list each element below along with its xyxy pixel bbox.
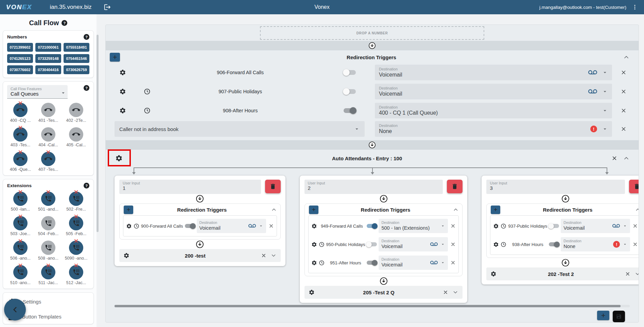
trigger-toggle[interactable] [185,224,195,228]
close-icon[interactable] [611,155,617,161]
add-entry-button[interactable] [597,311,609,320]
down-arrow-circle-icon[interactable] [380,277,388,285]
clock-icon[interactable] [134,223,139,229]
remove-trigger-button[interactable] [632,242,638,247]
down-arrow-circle-icon[interactable] [368,42,376,49]
down-arrow-circle-icon[interactable] [368,141,376,149]
gear-icon[interactable] [493,223,499,229]
remove-node-icon[interactable] [46,263,51,268]
logout-icon[interactable] [104,3,111,11]
user-input-field[interactable]: User Input 2 [304,180,443,194]
add-trigger-button[interactable] [309,206,318,214]
chevron-up-icon[interactable] [623,54,630,61]
clock-icon[interactable] [501,242,506,247]
queue-node[interactable]: 402 -2Te... [63,103,89,123]
gear-icon[interactable] [311,242,317,247]
number-chip[interactable]: 0755518491 [64,43,89,52]
extension-node[interactable]: 504 -Feb... [35,216,62,236]
trigger-toggle[interactable] [344,108,356,113]
drop-number-zone[interactable]: DROP A NUMBER [260,26,484,40]
extension-node[interactable]: 506 -ano... [7,241,34,261]
delete-input-button[interactable] [265,180,281,193]
remove-node-icon[interactable] [18,190,23,194]
add-trigger-button[interactable] [491,206,500,214]
extension-node[interactable]: 5090 -ano... [63,241,89,261]
call-flow-features-select[interactable]: Call Flow Features Call Queues [7,85,68,99]
help-icon[interactable] [84,34,89,40]
destination-select[interactable]: Destination Voicemail [375,65,612,80]
clock-icon[interactable] [319,242,325,247]
delete-input-button[interactable] [447,180,463,193]
remove-node-icon[interactable] [18,239,23,243]
destination-select[interactable]: Destination None [561,237,630,251]
chevron-down-icon[interactable] [634,271,639,277]
extension-node[interactable]: 510 -ano... [7,265,34,285]
number-chip[interactable]: 0721399602 [7,43,33,52]
remove-trigger-button[interactable] [617,69,630,76]
help-icon[interactable] [62,20,67,26]
trigger-toggle[interactable] [367,261,377,265]
destination-select[interactable]: Destination None [375,121,612,137]
queue-node[interactable]: 403 -Tes... [7,127,34,147]
user-input-field[interactable]: User Input 1 [119,180,261,194]
extension-node[interactable]: 500 -Ian... [7,192,34,212]
remove-trigger-button[interactable] [450,223,456,229]
remove-trigger-button[interactable] [617,88,630,95]
save-button[interactable] [613,311,625,322]
extension-node[interactable]: 505 -Feb... [63,216,89,236]
chevron-up-icon[interactable] [453,207,459,213]
remove-node-icon[interactable] [46,190,51,194]
clock-icon[interactable] [501,223,506,229]
scrollbar-thumb[interactable] [115,305,621,307]
destination-select[interactable]: Destination Voicemail [379,237,448,251]
chevron-down-icon[interactable] [271,252,277,259]
remove-trigger-button[interactable] [450,242,456,247]
add-trigger-button[interactable] [124,206,133,214]
trigger-toggle[interactable] [367,242,377,246]
trigger-toggle[interactable] [344,89,356,94]
collapse-sidebar-button[interactable] [4,299,26,321]
account-label[interactable]: j.mangallay@outlook.com - test(Customer) [539,5,626,10]
destination-select[interactable]: Destination Voicemail [561,219,630,233]
extension-node[interactable]: 503 -Joe... [7,216,34,236]
gear-icon[interactable] [311,260,317,266]
remove-trigger-button[interactable] [617,108,630,114]
remove-node-icon[interactable] [74,239,79,243]
gear-icon[interactable] [493,242,499,247]
number-chip[interactable]: 0730404416 [35,65,61,74]
caller-filter-select[interactable]: Caller not in address book [115,121,365,137]
gear-icon[interactable] [123,252,129,259]
remove-node-icon[interactable] [18,214,23,219]
remove-trigger-button[interactable] [632,223,638,229]
vertical-scrollbar[interactable] [97,35,99,232]
remove-node-icon[interactable] [74,190,79,194]
down-arrow-circle-icon[interactable] [380,195,388,203]
destination-select[interactable]: Destination Voicemail [197,219,266,233]
destination-select[interactable]: Destination Voicemail [379,256,448,270]
extension-node[interactable]: 501 -and... [35,192,62,212]
destination-select[interactable]: Destination Voicemail [375,84,612,99]
down-arrow-circle-icon[interactable] [196,240,204,248]
help-icon[interactable] [84,183,89,189]
remove-node-icon[interactable] [18,150,23,154]
remove-node-icon[interactable] [74,214,79,219]
remove-node-icon[interactable] [74,263,79,268]
trigger-toggle[interactable] [549,224,559,228]
chevron-up-icon[interactable] [271,207,277,213]
clock-icon[interactable] [319,260,325,266]
remove-node-icon[interactable] [18,263,23,268]
destination-select[interactable]: Destination 400 - CQ 1 (Call Queue) [375,103,612,118]
extension-node[interactable]: 502 -Fre... [63,192,89,212]
horizontal-scrollbar[interactable] [115,305,630,307]
close-icon[interactable] [443,290,448,295]
chevron-up-icon[interactable] [635,207,639,213]
extension-node[interactable]: 512 -Jac... [63,265,89,285]
help-icon[interactable] [84,85,89,91]
number-chip[interactable]: 0741265123 [7,54,33,63]
gear-icon[interactable] [126,223,132,229]
remove-node-icon[interactable] [18,125,23,130]
remove-trigger-button[interactable] [450,260,456,265]
user-input-field[interactable]: User Input 3 [486,180,625,194]
gear-icon[interactable] [490,271,497,277]
remove-node-icon[interactable] [46,150,51,154]
